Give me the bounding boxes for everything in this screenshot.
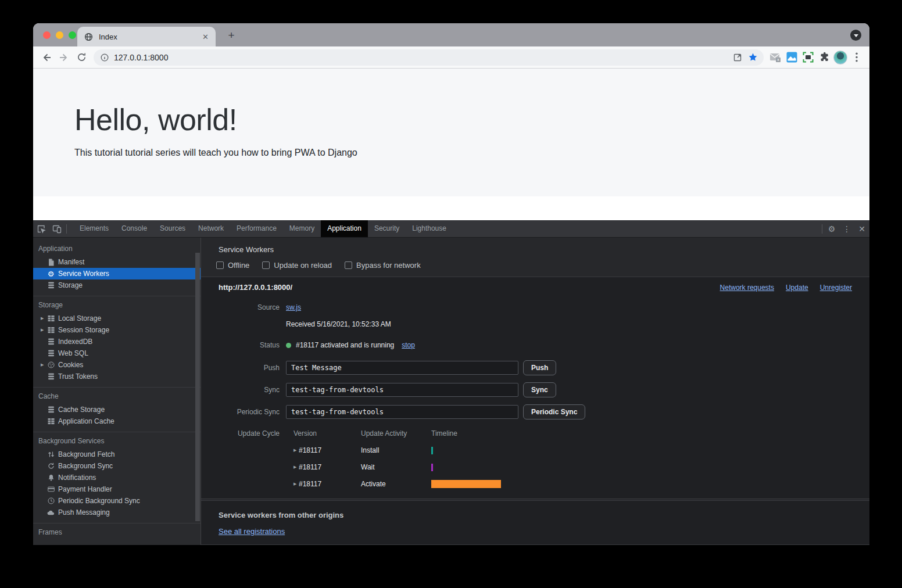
minimize-window-button[interactable] [56,31,63,39]
devtools-tab-performance[interactable]: Performance [230,220,283,237]
status-label: Status [219,341,280,349]
see-all-registrations-link[interactable]: See all registrations [219,527,285,536]
checkbox-box[interactable] [216,261,224,269]
url-text[interactable]: 127.0.0.1:8000 [114,53,730,62]
new-tab-button[interactable]: + [225,29,238,42]
browser-menu-kebab-icon[interactable] [849,49,865,66]
devtools-tab-network[interactable]: Network [192,220,230,237]
tab-close-icon[interactable]: ✕ [202,33,209,41]
update-cycle-label: Update Cycle [219,429,280,438]
devtools-tab-elements[interactable]: Elements [73,220,115,237]
sidebar-item-application-cache[interactable]: Application Cache [33,415,201,427]
panel-title: Service Workers [201,238,869,254]
network-requests-link[interactable]: Network requests [720,284,774,292]
bookmark-star-icon[interactable] [745,50,760,65]
devtools-tab-sources[interactable]: Sources [153,220,192,237]
sidebar-item-label: Cache Storage [58,406,105,414]
chevron-down-icon [854,34,858,37]
sidebar-item-notifications[interactable]: Notifications [33,472,201,483]
forward-button[interactable] [55,49,73,66]
devtools-tab-lighthouse[interactable]: Lighthouse [406,220,453,237]
sidebar-item-cookies[interactable]: ▶Cookies [33,359,201,371]
inspect-element-icon[interactable] [33,220,49,237]
extension-capture-icon[interactable] [800,49,816,66]
devtools-tab-memory[interactable]: Memory [283,220,321,237]
tab-title: Index [99,33,117,41]
update-cycle-row-activate: ▶#18117Activate [293,480,501,488]
back-button[interactable] [38,49,55,66]
devtools-tab-security[interactable]: Security [368,220,406,237]
version-value: #18117 [299,480,321,488]
sidebar-item-label: Session Storage [58,326,109,334]
profile-avatar[interactable] [832,49,849,66]
stop-link[interactable]: stop [402,341,415,349]
device-toolbar-icon[interactable] [49,220,65,237]
periodic-sync-button[interactable]: Periodic Sync [523,404,585,420]
source-file-link[interactable]: sw.js [286,303,301,311]
address-bar[interactable]: 127.0.0.1:8000 [94,49,764,66]
periodic-sync-label: Periodic Sync [219,408,280,416]
reload-button[interactable] [73,49,90,66]
sidebar-item-push-messaging[interactable]: Push Messaging [33,507,201,518]
sidebar-item-background-fetch[interactable]: Background Fetch [33,449,201,460]
sidebar-item-storage[interactable]: Storage [33,279,201,291]
sync-button[interactable]: Sync [523,382,556,397]
database-icon [47,282,55,289]
sidebar-item-manifest[interactable]: Manifest [33,256,201,268]
devtools-tab-console[interactable]: Console [115,220,153,237]
expand-arrow-icon[interactable]: ▶ [41,363,47,367]
devtools-menu-kebab-icon[interactable]: ⋮ [839,220,854,237]
devtools: ElementsConsoleSourcesNetworkPerformance… [33,220,869,545]
push-button[interactable]: Push [523,360,556,375]
sidebar-item-local-storage[interactable]: ▶Local Storage [33,313,201,324]
sidebar-item-background-sync[interactable]: Background Sync [33,460,201,472]
browser-tab[interactable]: Index ✕ [77,27,216,46]
sidebar-item-indexeddb[interactable]: IndexedDB [33,336,201,347]
checkbox-label: Bypass for network [356,261,421,270]
checkbox-bypass-for-network[interactable]: Bypass for network [345,261,421,270]
sidebar-item-label: IndexedDB [58,338,92,346]
expand-arrow-icon[interactable]: ▶ [41,328,47,332]
expand-arrow-icon[interactable]: ▶ [41,316,47,321]
update-link[interactable]: Update [786,284,808,292]
globe-icon [84,33,93,41]
sidebar-item-web-sql[interactable]: Web SQL [33,347,201,359]
sidebar-scrollbar[interactable] [195,253,200,521]
sidebar-item-label: Background Fetch [58,450,114,458]
timeline-bar-wait [431,464,433,471]
push-input[interactable] [286,361,518,375]
sidebar-item-session-storage[interactable]: ▶Session Storage [33,324,201,336]
page-viewport: Hello, world! This tutorial tutorial ser… [33,69,869,220]
sidebar-item-payment-handler[interactable]: Payment Handler [33,483,201,495]
extensions-puzzle-icon[interactable] [816,49,832,66]
unregister-link[interactable]: Unregister [820,284,852,292]
devtools-close-icon[interactable]: ✕ [854,220,869,237]
expand-arrow-icon[interactable]: ▶ [293,448,299,453]
devtools-tab-application[interactable]: Application [321,220,368,237]
close-window-button[interactable] [43,31,51,39]
sidebar-item-trust-tokens[interactable]: Trust Tokens [33,371,201,382]
checkbox-update-on-reload[interactable]: Update on reload [262,261,332,270]
extension-mail-icon[interactable]: x [767,49,783,66]
sidebar-item-cache-storage[interactable]: Cache Storage [33,404,201,415]
checkbox-box[interactable] [262,261,270,269]
periodic-sync-input[interactable] [286,405,518,419]
page-info-icon[interactable] [101,53,109,62]
open-in-new-icon[interactable] [730,50,745,65]
activity-value: Install [361,446,431,454]
application-sidebar: ApplicationManifest⚙Service WorkersStora… [33,238,201,545]
checkbox-box[interactable] [345,261,352,269]
expand-arrow-icon[interactable]: ▶ [293,482,299,486]
sidebar-item-periodic-background-sync[interactable]: Periodic Background Sync [33,495,201,507]
expand-arrow-icon[interactable]: ▶ [293,465,299,469]
devtools-settings-gear-icon[interactable]: ⚙ [824,220,839,237]
tab-search-button[interactable] [850,30,861,41]
sidebar-item-service-workers[interactable]: ⚙Service Workers [33,268,201,279]
database-icon [47,406,55,414]
sync-input[interactable] [286,383,518,397]
maximize-window-button[interactable] [69,31,76,39]
sidebar-item-label: Application Cache [58,417,114,425]
sidebar-item-label: Payment Handler [58,485,112,493]
checkbox-offline[interactable]: Offline [216,261,249,270]
extension-screenshot-icon[interactable] [783,49,800,66]
